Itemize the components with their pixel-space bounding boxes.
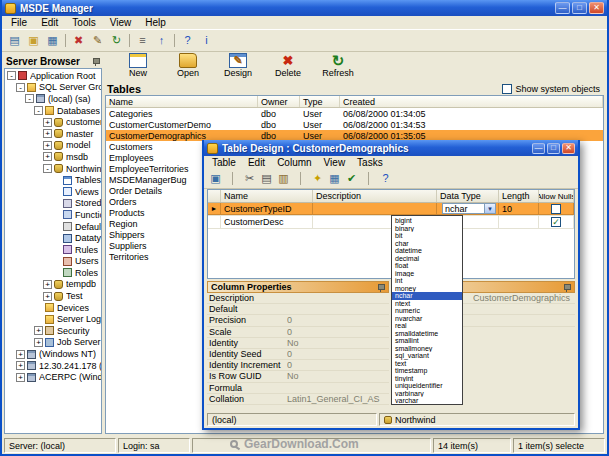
tree-item[interactable]: Stored Procedures xyxy=(5,198,101,210)
script-button[interactable]: ≡ xyxy=(133,32,152,50)
dropdown-item[interactable]: char xyxy=(392,240,462,248)
copy-button[interactable]: ▤ xyxy=(258,171,275,187)
tree-item[interactable]: + tempdb xyxy=(5,279,101,291)
tree-expander[interactable]: + xyxy=(16,373,25,382)
menu-item[interactable]: Table xyxy=(206,157,242,168)
new-button[interactable]: ▤ xyxy=(5,32,24,50)
up-button[interactable]: ↑ xyxy=(152,32,171,50)
tree-item[interactable]: - (local) (sa) xyxy=(5,93,101,105)
column-length-cell[interactable] xyxy=(499,216,539,228)
dropdown-item[interactable]: real xyxy=(392,322,462,330)
maximize-button[interactable]: □ xyxy=(572,2,587,14)
menu-item[interactable]: File xyxy=(4,17,34,28)
allow-nulls-checkbox[interactable] xyxy=(551,217,561,227)
help-button[interactable]: ? xyxy=(377,171,394,187)
table-row[interactable]: CustomerCustomerDemo dbo User 06/08/2000… xyxy=(106,119,603,130)
property-row[interactable]: Description xyxy=(207,293,389,304)
new-button[interactable]: New xyxy=(119,52,157,79)
cut-button[interactable]: ✂ xyxy=(241,171,258,187)
dropdown-item[interactable]: money xyxy=(392,285,462,293)
tree-item[interactable]: Users xyxy=(5,256,101,268)
dialog-maximize-button[interactable]: □ xyxy=(547,143,560,154)
dropdown-item[interactable]: decimal xyxy=(392,255,462,263)
table-row[interactable]: Categories dbo User 06/08/2000 01:34:05 xyxy=(106,108,603,119)
tree-item[interactable]: + (Windows NT) xyxy=(5,348,101,360)
dropdown-item[interactable]: numeric xyxy=(392,307,462,315)
open-button[interactable]: Open xyxy=(169,52,207,79)
dialog-close-button[interactable]: ✕ xyxy=(562,143,575,154)
tree-expander[interactable] xyxy=(34,303,43,312)
pin-icon[interactable] xyxy=(377,283,385,292)
info-button[interactable]: i xyxy=(197,32,216,50)
property-row[interactable]: Formula xyxy=(207,383,389,394)
menu-item[interactable]: Edit xyxy=(242,157,271,168)
column-length-cell[interactable]: 10 xyxy=(499,203,539,215)
allow-nulls-checkbox[interactable] xyxy=(551,204,561,214)
tree-expander[interactable] xyxy=(52,234,61,243)
tree-expander[interactable]: + xyxy=(43,129,52,138)
dialog-titlebar[interactable]: Table Design : CustomerDemographics — □ … xyxy=(204,140,578,156)
property-row[interactable]: Collation Latin1_General_CI_AS xyxy=(207,394,389,405)
tree-expander[interactable] xyxy=(52,245,61,254)
primary-key-button[interactable]: ✦ xyxy=(309,171,326,187)
dropdown-item[interactable]: tinyint xyxy=(392,375,462,383)
grid-header-datatype[interactable]: Data Type xyxy=(437,190,499,202)
refresh-button[interactable]: ↻ Refresh xyxy=(319,52,357,79)
property-row[interactable]: Is Row GUID No xyxy=(207,371,389,382)
dropdown-item[interactable]: varchar xyxy=(392,397,462,405)
tree-item[interactable]: + model xyxy=(5,140,101,152)
dropdown-item[interactable]: int xyxy=(392,277,462,285)
menu-item[interactable]: Tools xyxy=(65,17,102,28)
menu-item[interactable]: Column xyxy=(271,157,317,168)
dropdown-item[interactable]: sql_variant xyxy=(392,352,462,360)
titlebar[interactable]: MSDE Manager — □ ✕ xyxy=(2,0,607,16)
tree-item[interactable]: + customers xyxy=(5,116,101,128)
save-button[interactable]: ▦ xyxy=(43,32,62,50)
tree-item[interactable]: - SQL Server Group xyxy=(5,82,101,94)
tree-expander[interactable]: + xyxy=(34,338,43,347)
tree-item[interactable]: Functions xyxy=(5,209,101,221)
menu-item[interactable]: Tasks xyxy=(351,157,389,168)
dialog-minimize-button[interactable]: — xyxy=(532,143,545,154)
grid-header-description[interactable]: Description xyxy=(313,190,437,202)
dropdown-item[interactable]: bigint xyxy=(392,217,462,225)
column-header-type[interactable]: Type xyxy=(300,96,340,107)
tree-expander[interactable] xyxy=(52,187,61,196)
tree-item[interactable]: - Northwind xyxy=(5,163,101,175)
dropdown-item[interactable]: binary xyxy=(392,225,462,233)
tree-item[interactable]: Tables xyxy=(5,174,101,186)
design-button[interactable]: ✎ Design xyxy=(219,52,257,79)
tree-expander[interactable] xyxy=(52,210,61,219)
grid-header-name[interactable]: Name xyxy=(221,190,313,202)
tree-expander[interactable]: - xyxy=(25,94,34,103)
tree-expander[interactable]: + xyxy=(43,118,52,127)
save-button[interactable]: ▣ xyxy=(207,171,224,187)
delete-button[interactable]: ✖ Delete xyxy=(269,52,307,79)
menu-item[interactable]: Edit xyxy=(34,17,65,28)
grid-header-length[interactable]: Length xyxy=(499,190,539,202)
tree-expander[interactable]: - xyxy=(7,71,16,80)
dropdown-item[interactable]: uniqueidentifier xyxy=(392,382,462,390)
pin-icon[interactable] xyxy=(92,57,100,66)
property-row[interactable]: Scale 0 xyxy=(207,327,389,338)
row-selector[interactable] xyxy=(208,216,221,228)
dropdown-item[interactable]: datetime xyxy=(392,247,462,255)
tree-expander[interactable]: + xyxy=(34,326,43,335)
tree-expander[interactable]: + xyxy=(43,292,52,301)
tree-expander[interactable]: - xyxy=(43,164,52,173)
tree-item[interactable]: + Security xyxy=(5,325,101,337)
dropdown-item[interactable]: ntext xyxy=(392,300,462,308)
dropdown-item[interactable]: nvarchar xyxy=(392,315,462,323)
tree-expander[interactable]: - xyxy=(16,83,25,92)
dropdown-item[interactable]: image xyxy=(392,270,462,278)
tree-item[interactable]: - Application Root xyxy=(5,70,101,82)
tree-expander[interactable] xyxy=(52,199,61,208)
help-button[interactable]: ? xyxy=(178,32,197,50)
dropdown-item[interactable]: nchar xyxy=(392,292,462,300)
index-button[interactable]: ▦ xyxy=(326,171,343,187)
minimize-button[interactable]: — xyxy=(555,2,570,14)
tree-item[interactable]: Server Logs xyxy=(5,313,101,325)
dropdown-item[interactable]: smallint xyxy=(392,337,462,345)
tree-item[interactable]: - Databases xyxy=(5,105,101,117)
column-header-name[interactable]: Name xyxy=(106,96,258,107)
